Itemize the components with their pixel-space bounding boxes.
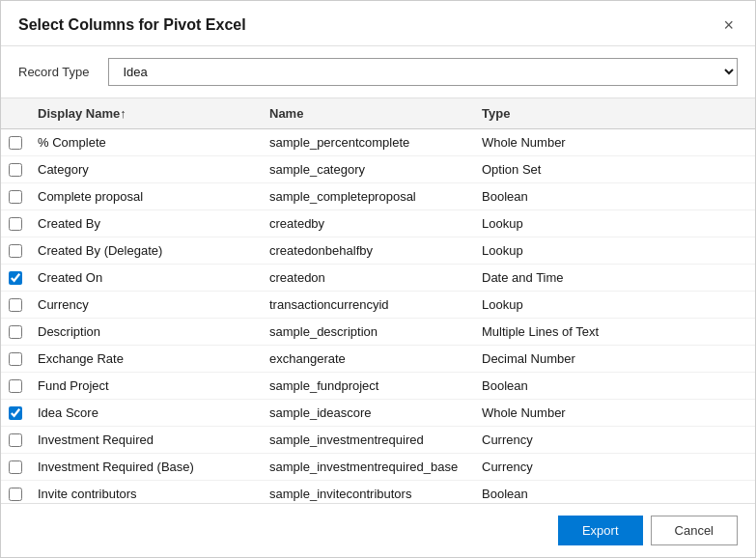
table-row: Investment Requiredsample_investmentrequ…	[1, 427, 755, 454]
cell-display-name: Invite contributors	[30, 483, 262, 503]
cell-type: Currency	[474, 456, 755, 478]
cell-display-name: Fund Project	[30, 375, 262, 397]
cell-name: sample_investmentrequired	[262, 429, 474, 451]
checkbox-cell	[1, 267, 30, 289]
table-row: % Completesample_percentcompleteWhole Nu…	[1, 129, 755, 156]
dialog: Select Columns for Pivot Excel × Record …	[0, 0, 756, 558]
table-row: Categorysample_categoryOption Set	[1, 156, 755, 183]
table-row: Created BycreatedbyLookup	[1, 210, 755, 237]
cell-type: Whole Number	[474, 131, 755, 153]
row-checkbox-6[interactable]	[9, 298, 22, 312]
table-container: Display Name↑ Name Type % Completesample…	[1, 98, 755, 503]
checkbox-cell	[1, 132, 30, 153]
checkbox-cell	[1, 376, 30, 397]
col-header-checkbox	[1, 106, 30, 121]
table-header: Display Name↑ Name Type	[1, 98, 755, 129]
cell-display-name: Currency	[30, 293, 262, 316]
cell-name: createdon	[262, 266, 474, 289]
cell-name: transactioncurrencyid	[262, 293, 474, 316]
cell-display-name: Created On	[30, 266, 262, 289]
cell-name: createdonbehalfby	[262, 239, 474, 262]
table-row: Created By (Delegate)createdonbehalfbyLo…	[1, 237, 755, 265]
checkbox-cell	[1, 159, 30, 181]
row-checkbox-3[interactable]	[9, 217, 22, 231]
table-row: Invite contributorssample_invitecontribu…	[1, 481, 755, 503]
col-header-name: Name	[262, 106, 474, 121]
cell-display-name: Investment Required (Base)	[30, 456, 262, 478]
cell-type: Lookup	[474, 293, 755, 316]
cell-name: exchangerate	[262, 348, 474, 370]
cell-name: sample_ideascore	[262, 402, 474, 424]
dialog-footer: Export Cancel	[1, 503, 755, 557]
checkbox-cell	[1, 294, 30, 316]
cell-name: sample_description	[262, 321, 474, 343]
cell-type: Boolean	[474, 185, 755, 208]
dialog-header: Select Columns for Pivot Excel ×	[1, 1, 755, 46]
table-row: Investment Required (Base)sample_investm…	[1, 454, 755, 481]
row-checkbox-5[interactable]	[9, 271, 22, 285]
cell-type: Multiple Lines of Text	[474, 321, 755, 343]
cell-display-name: Created By (Delegate)	[30, 239, 262, 262]
table-row: Descriptionsample_descriptionMultiple Li…	[1, 319, 755, 346]
table-row: Created OncreatedonDate and Time	[1, 265, 755, 292]
col-header-type: Type	[474, 106, 755, 121]
table-scroll: % Completesample_percentcompleteWhole Nu…	[1, 129, 755, 503]
cell-name: sample_category	[262, 158, 474, 181]
row-checkbox-0[interactable]	[9, 136, 22, 150]
export-button[interactable]: Export	[558, 516, 643, 545]
table-row: Exchange RateexchangerateDecimal Number	[1, 346, 755, 373]
cell-type: Lookup	[474, 239, 755, 262]
cell-type: Whole Number	[474, 402, 755, 424]
cell-display-name: Description	[30, 321, 262, 343]
cell-name: sample_invitecontributors	[262, 483, 474, 503]
cell-type: Currency	[474, 429, 755, 451]
row-checkbox-1[interactable]	[9, 163, 22, 177]
row-checkbox-10[interactable]	[9, 406, 22, 420]
cancel-button[interactable]: Cancel	[651, 516, 738, 545]
cell-display-name: Category	[30, 158, 262, 181]
record-type-label: Record Type	[18, 65, 89, 79]
cell-display-name: Idea Score	[30, 402, 262, 424]
dialog-title: Select Columns for Pivot Excel	[18, 16, 246, 34]
cell-display-name: Created By	[30, 212, 262, 235]
cell-name: sample_investmentrequired_base	[262, 456, 474, 478]
checkbox-cell	[1, 240, 30, 262]
cell-name: sample_completeproposal	[262, 185, 474, 208]
row-checkbox-11[interactable]	[9, 433, 22, 447]
table-row: CurrencytransactioncurrencyidLookup	[1, 292, 755, 319]
cell-name: createdby	[262, 212, 474, 235]
checkbox-cell	[1, 349, 30, 370]
row-checkbox-4[interactable]	[9, 244, 22, 258]
cell-name: sample_fundproject	[262, 375, 474, 397]
row-checkbox-2[interactable]	[9, 190, 22, 204]
cell-type: Lookup	[474, 212, 755, 235]
table-row: Fund Projectsample_fundprojectBoolean	[1, 373, 755, 400]
cell-type: Date and Time	[474, 266, 755, 289]
checkbox-cell	[1, 213, 30, 235]
table-row: Complete proposalsample_completeproposal…	[1, 183, 755, 210]
checkbox-cell	[1, 457, 30, 478]
cell-type: Decimal Number	[474, 348, 755, 370]
checkbox-cell	[1, 321, 30, 343]
row-checkbox-8[interactable]	[9, 352, 22, 366]
cell-display-name: Exchange Rate	[30, 348, 262, 370]
cell-display-name: % Complete	[30, 131, 262, 153]
close-button[interactable]: ×	[719, 14, 738, 36]
row-checkbox-7[interactable]	[9, 325, 22, 339]
checkbox-cell	[1, 403, 30, 424]
col-header-display-name: Display Name↑	[30, 106, 262, 121]
record-type-select[interactable]: Idea	[108, 58, 738, 86]
checkbox-cell	[1, 484, 30, 504]
checkbox-cell	[1, 430, 30, 451]
cell-display-name: Investment Required	[30, 429, 262, 451]
record-type-row: Record Type Idea	[1, 46, 755, 98]
cell-type: Option Set	[474, 158, 755, 181]
cell-name: sample_percentcomplete	[262, 131, 474, 153]
row-checkbox-12[interactable]	[9, 460, 22, 474]
row-checkbox-13[interactable]	[9, 488, 22, 501]
checkbox-cell	[1, 186, 30, 208]
table-row: Idea Scoresample_ideascoreWhole Number	[1, 400, 755, 427]
cell-type: Boolean	[474, 375, 755, 397]
row-checkbox-9[interactable]	[9, 379, 22, 393]
cell-type: Boolean	[474, 483, 755, 503]
